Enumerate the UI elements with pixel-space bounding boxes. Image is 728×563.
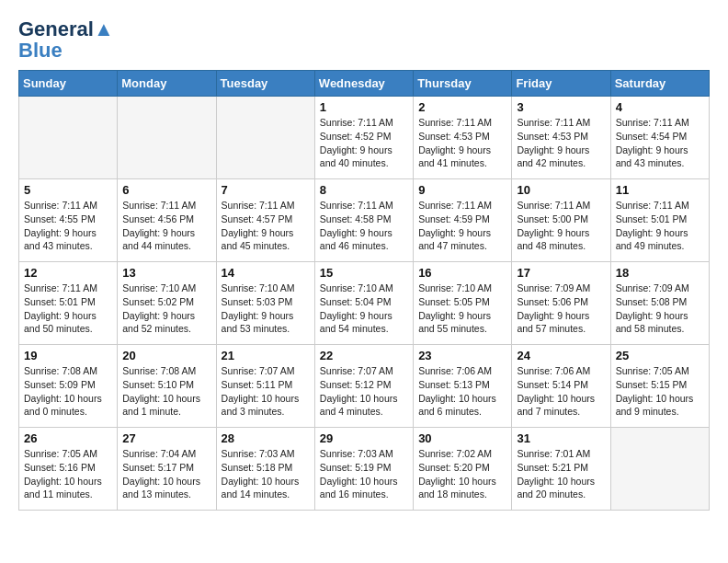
calendar-cell: 25Sunrise: 7:05 AM Sunset: 5:15 PM Dayli… bbox=[610, 345, 709, 428]
day-number: 3 bbox=[517, 100, 605, 114]
day-info: Sunrise: 7:11 AM Sunset: 4:53 PM Dayligh… bbox=[418, 116, 506, 170]
day-info: Sunrise: 7:10 AM Sunset: 5:03 PM Dayligh… bbox=[222, 282, 310, 336]
calendar-table: SundayMondayTuesdayWednesdayThursdayFrid… bbox=[18, 70, 710, 511]
calendar-body: 1Sunrise: 7:11 AM Sunset: 4:52 PM Daylig… bbox=[19, 97, 710, 511]
day-info: Sunrise: 7:08 AM Sunset: 5:09 PM Dayligh… bbox=[24, 364, 112, 419]
calendar-header-row: SundayMondayTuesdayWednesdayThursdayFrid… bbox=[19, 71, 710, 97]
calendar-cell: 5Sunrise: 7:11 AM Sunset: 4:55 PM Daylig… bbox=[19, 179, 118, 262]
calendar-cell: 3Sunrise: 7:11 AM Sunset: 4:53 PM Daylig… bbox=[512, 97, 610, 179]
calendar-cell: 14Sunrise: 7:10 AM Sunset: 5:03 PM Dayli… bbox=[216, 262, 314, 345]
day-header-saturday: Saturday bbox=[610, 71, 709, 97]
day-number: 30 bbox=[418, 431, 506, 445]
day-number: 1 bbox=[320, 100, 408, 114]
page-header: General▲ Blue bbox=[18, 18, 710, 61]
day-number: 12 bbox=[24, 266, 112, 280]
day-number: 26 bbox=[24, 431, 112, 445]
calendar-cell: 11Sunrise: 7:11 AM Sunset: 5:01 PM Dayli… bbox=[610, 179, 709, 262]
day-info: Sunrise: 7:04 AM Sunset: 5:17 PM Dayligh… bbox=[122, 447, 210, 501]
calendar-cell: 2Sunrise: 7:11 AM Sunset: 4:53 PM Daylig… bbox=[414, 97, 512, 179]
day-number: 23 bbox=[418, 349, 506, 362]
day-info: Sunrise: 7:10 AM Sunset: 5:02 PM Dayligh… bbox=[122, 282, 210, 336]
calendar-cell: 8Sunrise: 7:11 AM Sunset: 4:58 PM Daylig… bbox=[314, 179, 413, 262]
day-info: Sunrise: 7:06 AM Sunset: 5:14 PM Dayligh… bbox=[517, 364, 605, 419]
day-number: 6 bbox=[122, 183, 210, 197]
calendar-cell: 12Sunrise: 7:11 AM Sunset: 5:01 PM Dayli… bbox=[19, 262, 118, 345]
day-number: 25 bbox=[616, 349, 704, 362]
day-number: 22 bbox=[320, 349, 408, 362]
day-info: Sunrise: 7:11 AM Sunset: 4:54 PM Dayligh… bbox=[616, 116, 704, 170]
day-info: Sunrise: 7:11 AM Sunset: 5:01 PM Dayligh… bbox=[24, 282, 112, 336]
day-number: 29 bbox=[320, 431, 408, 445]
calendar-cell: 24Sunrise: 7:06 AM Sunset: 5:14 PM Dayli… bbox=[512, 345, 610, 428]
day-info: Sunrise: 7:11 AM Sunset: 5:00 PM Dayligh… bbox=[517, 199, 605, 253]
calendar-cell: 10Sunrise: 7:11 AM Sunset: 5:00 PM Dayli… bbox=[512, 179, 610, 262]
day-info: Sunrise: 7:05 AM Sunset: 5:16 PM Dayligh… bbox=[24, 447, 112, 501]
calendar-cell: 31Sunrise: 7:01 AM Sunset: 5:21 PM Dayli… bbox=[512, 428, 610, 511]
day-info: Sunrise: 7:05 AM Sunset: 5:15 PM Dayligh… bbox=[616, 364, 704, 419]
day-number: 8 bbox=[320, 183, 408, 197]
day-number: 31 bbox=[517, 431, 605, 445]
day-info: Sunrise: 7:03 AM Sunset: 5:19 PM Dayligh… bbox=[320, 447, 408, 501]
day-number: 19 bbox=[24, 349, 112, 362]
calendar-cell: 18Sunrise: 7:09 AM Sunset: 5:08 PM Dayli… bbox=[610, 262, 709, 345]
calendar-cell: 23Sunrise: 7:06 AM Sunset: 5:13 PM Dayli… bbox=[414, 345, 512, 428]
day-info: Sunrise: 7:07 AM Sunset: 5:11 PM Dayligh… bbox=[222, 364, 310, 419]
logo-blue: Blue bbox=[18, 40, 63, 61]
calendar-cell: 29Sunrise: 7:03 AM Sunset: 5:19 PM Dayli… bbox=[314, 428, 413, 511]
day-info: Sunrise: 7:11 AM Sunset: 4:59 PM Dayligh… bbox=[418, 199, 506, 253]
calendar-cell bbox=[216, 97, 314, 179]
day-info: Sunrise: 7:03 AM Sunset: 5:18 PM Dayligh… bbox=[222, 447, 310, 501]
calendar-cell: 7Sunrise: 7:11 AM Sunset: 4:57 PM Daylig… bbox=[216, 179, 314, 262]
logo: General▲ Blue bbox=[18, 18, 114, 61]
day-number: 18 bbox=[616, 266, 704, 280]
day-number: 9 bbox=[418, 183, 506, 197]
calendar-cell bbox=[610, 428, 709, 511]
calendar-cell: 9Sunrise: 7:11 AM Sunset: 4:59 PM Daylig… bbox=[414, 179, 512, 262]
day-info: Sunrise: 7:06 AM Sunset: 5:13 PM Dayligh… bbox=[418, 364, 506, 419]
day-number: 10 bbox=[517, 183, 605, 197]
day-header-tuesday: Tuesday bbox=[216, 71, 314, 97]
day-number: 2 bbox=[418, 100, 506, 114]
day-number: 4 bbox=[616, 100, 704, 114]
day-number: 13 bbox=[122, 266, 210, 280]
day-info: Sunrise: 7:11 AM Sunset: 4:52 PM Dayligh… bbox=[320, 116, 408, 170]
calendar-cell: 15Sunrise: 7:10 AM Sunset: 5:04 PM Dayli… bbox=[314, 262, 413, 345]
day-info: Sunrise: 7:08 AM Sunset: 5:10 PM Dayligh… bbox=[122, 364, 210, 419]
calendar-cell: 6Sunrise: 7:11 AM Sunset: 4:56 PM Daylig… bbox=[118, 179, 216, 262]
day-info: Sunrise: 7:11 AM Sunset: 5:01 PM Dayligh… bbox=[616, 199, 704, 253]
calendar-cell bbox=[19, 97, 118, 179]
day-info: Sunrise: 7:10 AM Sunset: 5:04 PM Dayligh… bbox=[320, 282, 408, 336]
day-info: Sunrise: 7:11 AM Sunset: 4:56 PM Dayligh… bbox=[122, 199, 210, 253]
day-number: 16 bbox=[418, 266, 506, 280]
day-number: 17 bbox=[517, 266, 605, 280]
day-info: Sunrise: 7:01 AM Sunset: 5:21 PM Dayligh… bbox=[517, 447, 605, 501]
day-info: Sunrise: 7:02 AM Sunset: 5:20 PM Dayligh… bbox=[418, 447, 506, 501]
day-number: 5 bbox=[24, 183, 112, 197]
calendar-cell: 1Sunrise: 7:11 AM Sunset: 4:52 PM Daylig… bbox=[314, 97, 413, 179]
day-info: Sunrise: 7:09 AM Sunset: 5:08 PM Dayligh… bbox=[616, 282, 704, 336]
logo-text: General▲ bbox=[18, 18, 114, 40]
calendar-week-3: 12Sunrise: 7:11 AM Sunset: 5:01 PM Dayli… bbox=[19, 262, 710, 345]
day-number: 24 bbox=[517, 349, 605, 362]
day-header-monday: Monday bbox=[118, 71, 216, 97]
calendar-cell: 19Sunrise: 7:08 AM Sunset: 5:09 PM Dayli… bbox=[19, 345, 118, 428]
calendar-cell: 28Sunrise: 7:03 AM Sunset: 5:18 PM Dayli… bbox=[216, 428, 314, 511]
calendar-week-2: 5Sunrise: 7:11 AM Sunset: 4:55 PM Daylig… bbox=[19, 179, 710, 262]
calendar-cell: 30Sunrise: 7:02 AM Sunset: 5:20 PM Dayli… bbox=[414, 428, 512, 511]
day-number: 7 bbox=[222, 183, 310, 197]
calendar-cell: 21Sunrise: 7:07 AM Sunset: 5:11 PM Dayli… bbox=[216, 345, 314, 428]
day-number: 20 bbox=[122, 349, 210, 362]
day-header-friday: Friday bbox=[512, 71, 610, 97]
day-number: 21 bbox=[222, 349, 310, 362]
calendar-cell bbox=[118, 97, 216, 179]
day-info: Sunrise: 7:07 AM Sunset: 5:12 PM Dayligh… bbox=[320, 364, 408, 419]
day-number: 15 bbox=[320, 266, 408, 280]
day-info: Sunrise: 7:11 AM Sunset: 4:55 PM Dayligh… bbox=[24, 199, 112, 253]
calendar-cell: 22Sunrise: 7:07 AM Sunset: 5:12 PM Dayli… bbox=[314, 345, 413, 428]
calendar-cell: 26Sunrise: 7:05 AM Sunset: 5:16 PM Dayli… bbox=[19, 428, 118, 511]
calendar-week-5: 26Sunrise: 7:05 AM Sunset: 5:16 PM Dayli… bbox=[19, 428, 710, 511]
calendar-cell: 4Sunrise: 7:11 AM Sunset: 4:54 PM Daylig… bbox=[610, 97, 709, 179]
calendar-cell: 16Sunrise: 7:10 AM Sunset: 5:05 PM Dayli… bbox=[414, 262, 512, 345]
calendar-week-1: 1Sunrise: 7:11 AM Sunset: 4:52 PM Daylig… bbox=[19, 97, 710, 179]
day-header-wednesday: Wednesday bbox=[314, 71, 413, 97]
